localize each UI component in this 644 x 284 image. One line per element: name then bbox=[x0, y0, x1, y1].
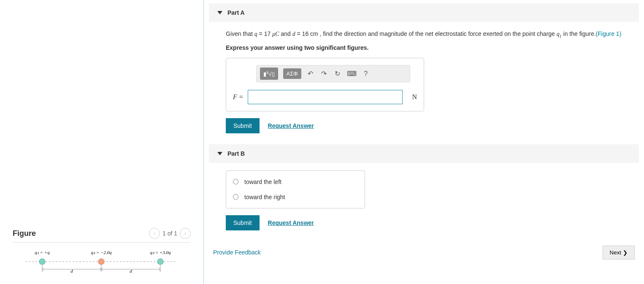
next-label: Next bbox=[610, 249, 621, 256]
radio-right-label: toward the right bbox=[244, 194, 285, 200]
next-button[interactable]: Next ❯ bbox=[603, 246, 635, 260]
figure-link[interactable]: (Figure 1) bbox=[596, 30, 622, 37]
radio-group: toward the left toward the right bbox=[226, 170, 365, 208]
chevron-right-icon: ❯ bbox=[623, 249, 628, 256]
answer-box: ▮x√▯ ΑΣΦ ↶ ↷ ↻ ⌨ ? F = N bbox=[226, 58, 424, 111]
radio-left-input[interactable] bbox=[233, 179, 238, 184]
submit-button-a[interactable]: Submit bbox=[226, 118, 260, 133]
radio-option-right[interactable]: toward the right bbox=[226, 189, 365, 205]
svg-text:d: d bbox=[130, 268, 132, 273]
figure-pane: Figure ‹ 1 of 1 › q₁ = +q q₂ = −2.0q q₃ … bbox=[0, 0, 204, 284]
collapse-icon bbox=[217, 11, 222, 14]
part-b-body: toward the left toward the right Submit … bbox=[209, 163, 639, 238]
figure-nav: ‹ 1 of 1 › bbox=[149, 228, 191, 239]
figure-prev-button[interactable]: ‹ bbox=[149, 228, 160, 239]
greek-button[interactable]: ΑΣΦ bbox=[283, 68, 301, 79]
part-a-title: Part A bbox=[227, 9, 245, 16]
undo-icon[interactable]: ↶ bbox=[306, 70, 315, 78]
answer-input[interactable] bbox=[248, 90, 403, 104]
question-pane: Part A Given that q = 17 μC and d = 16 c… bbox=[204, 0, 644, 284]
reset-icon[interactable]: ↻ bbox=[333, 70, 342, 78]
radio-option-left[interactable]: toward the left bbox=[226, 174, 365, 189]
svg-point-1 bbox=[39, 259, 45, 265]
svg-text:q₂ = −2.0q: q₂ = −2.0q bbox=[91, 250, 112, 255]
radio-right-input[interactable] bbox=[233, 194, 238, 200]
figure-title: Figure bbox=[13, 229, 36, 238]
figure-diagram: q₁ = +q q₂ = −2.0q q₃ = +3.0q d d bbox=[13, 249, 191, 284]
part-a-header[interactable]: Part A bbox=[209, 3, 639, 22]
svg-point-3 bbox=[157, 259, 163, 265]
part-a-body: Given that q = 17 μC and d = 16 cm , fin… bbox=[209, 22, 639, 141]
keyboard-icon[interactable]: ⌨ bbox=[347, 70, 357, 78]
request-answer-b[interactable]: Request Answer bbox=[268, 219, 314, 226]
redo-icon[interactable]: ↷ bbox=[320, 70, 328, 78]
instruction-text: Express your answer using two significan… bbox=[226, 44, 622, 51]
unit-label: N bbox=[412, 93, 417, 101]
footer: Provide Feedback Next ❯ bbox=[209, 238, 639, 260]
figure-next-button[interactable]: › bbox=[180, 228, 191, 239]
svg-point-2 bbox=[98, 259, 104, 265]
figure-section: Figure ‹ 1 of 1 › q₁ = +q q₂ = −2.0q q₃ … bbox=[13, 228, 191, 284]
submit-button-b[interactable]: Submit bbox=[226, 215, 260, 230]
svg-text:q₃ = +3.0q: q₃ = +3.0q bbox=[150, 250, 171, 255]
figure-counter: 1 of 1 bbox=[162, 230, 177, 237]
question-text: Given that q = 17 μC and d = 16 cm , fin… bbox=[226, 30, 622, 39]
F-label: F = bbox=[233, 93, 244, 101]
svg-text:q₁ = +q: q₁ = +q bbox=[35, 250, 50, 255]
svg-text:d: d bbox=[70, 268, 73, 273]
radio-left-label: toward the left bbox=[244, 179, 281, 185]
provide-feedback-link[interactable]: Provide Feedback bbox=[213, 249, 261, 256]
part-b-header[interactable]: Part B bbox=[209, 144, 639, 163]
request-answer-a[interactable]: Request Answer bbox=[268, 122, 314, 129]
templates-button[interactable]: ▮x√▯ bbox=[260, 68, 278, 79]
part-b-title: Part B bbox=[227, 150, 245, 157]
collapse-icon bbox=[217, 152, 222, 155]
help-icon[interactable]: ? bbox=[362, 70, 370, 78]
equation-toolbar: ▮x√▯ ΑΣΦ ↶ ↷ ↻ ⌨ ? bbox=[256, 65, 410, 82]
